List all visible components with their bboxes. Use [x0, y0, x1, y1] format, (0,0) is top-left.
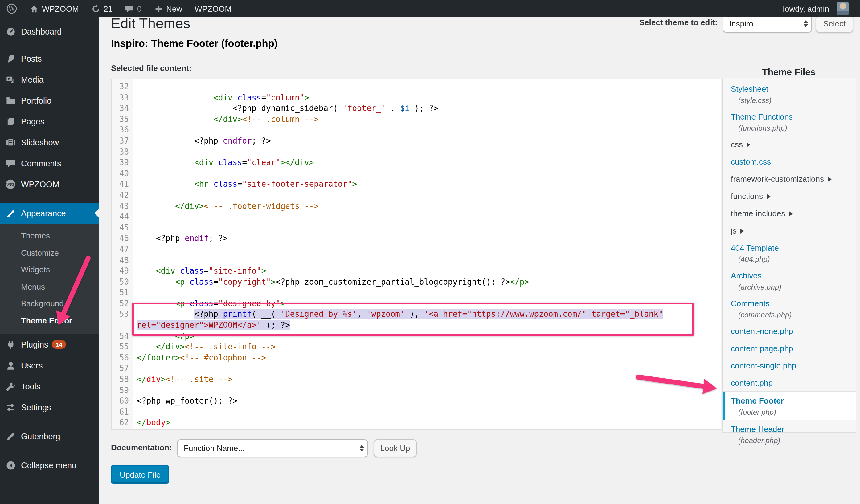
file-theme-header[interactable]: Theme Header(header.php)	[722, 420, 855, 448]
file-link-label: Archives	[731, 271, 762, 280]
file-content.php[interactable]: content.php	[722, 374, 855, 391]
site-name-menu[interactable]: WPZOOM	[24, 0, 85, 17]
line-number: 37	[112, 136, 137, 146]
sidebar-item-posts[interactable]: Posts	[0, 48, 99, 69]
file-link-label: Stylesheet	[731, 85, 768, 94]
line-number: 34	[112, 103, 137, 114]
code-line-57: 57	[112, 363, 721, 374]
code-editor[interactable]: 3233 <div class="column">34 <?php dynami…	[111, 79, 721, 430]
page-title: Edit Themes	[111, 16, 190, 32]
selected-file-content-label: Selected file content:	[111, 63, 192, 73]
new-content-menu[interactable]: New	[148, 0, 188, 17]
sidebar-item-label: Dashboard	[21, 27, 62, 36]
code-line-33: 33 <div class="column">	[112, 92, 721, 103]
admin-sidebar: DashboardPostsMediaPortfolioPagesSlidesh…	[0, 17, 99, 504]
theme-select[interactable]: Inspiro	[722, 15, 812, 33]
file-content-none.php[interactable]: content-none.php	[722, 322, 855, 340]
sidebar-item-slideshow[interactable]: Slideshow	[0, 132, 99, 153]
file-link-label: Theme Header	[731, 425, 784, 434]
comments-menu[interactable]: 0	[119, 0, 148, 17]
lookup-button[interactable]: Look Up	[374, 439, 417, 457]
code-line-43: 43 </div><!-- .footer-widgets -->	[112, 201, 721, 211]
file-link-label: js	[731, 226, 737, 235]
line-number: 32	[112, 81, 137, 92]
file-custom.css[interactable]: custom.css	[722, 153, 855, 170]
sidebar-item-label: Settings	[21, 403, 51, 412]
code-line-35: 35 </div><!-- .column -->	[112, 114, 721, 125]
folder-expand-icon	[789, 211, 792, 216]
file-theme-footer[interactable]: Theme Footer(footer.php)	[722, 391, 855, 420]
update-file-button[interactable]: Update File	[111, 465, 169, 484]
sidebar-item-portfolio[interactable]: Portfolio	[0, 90, 99, 111]
select-theme-button[interactable]: Select	[816, 15, 853, 33]
theme-files-heading: Theme Files	[722, 66, 856, 77]
select-arrows-icon	[800, 20, 811, 27]
line-number: 49	[112, 266, 137, 276]
submenu-item-menus[interactable]: Menus	[0, 278, 99, 295]
sidebar-item-label: Gutenberg	[21, 432, 60, 441]
file-content-single.php[interactable]: content-single.php	[722, 357, 855, 374]
file-content-page.php[interactable]: content-page.php	[722, 340, 855, 357]
home-icon	[30, 4, 39, 13]
file-archives[interactable]: Archives(archive.php)	[722, 267, 855, 295]
file-404-template[interactable]: 404 Template(404.php)	[722, 239, 855, 267]
sidebar-item-users[interactable]: Users	[0, 355, 99, 376]
submenu-item-theme-editor[interactable]: Theme Editor	[0, 312, 99, 329]
wordpress-logo-menu[interactable]: W	[0, 0, 24, 17]
sidebar-item-appearance[interactable]: Appearance	[0, 203, 99, 224]
file-theme-functions[interactable]: Theme Functions(functions.php)	[722, 108, 855, 136]
code-line-46: 46 <?php endif; ?>	[112, 233, 721, 244]
file-path-sublabel: (404.php)	[731, 253, 853, 264]
account-menu[interactable]: Howdy, admin	[773, 0, 860, 17]
sidebar-item-plugins[interactable]: Plugins14	[0, 334, 99, 355]
new-label: New	[166, 4, 182, 13]
sidebar-item-pages[interactable]: Pages	[0, 111, 99, 132]
submenu-item-background[interactable]: Background	[0, 295, 99, 312]
documentation-select[interactable]: Function Name...	[177, 439, 368, 457]
line-number: 55	[112, 342, 137, 353]
line-number: 50	[112, 276, 137, 287]
sidebar-item-media[interactable]: Media	[0, 69, 99, 90]
file-link-label: Comments	[731, 299, 770, 308]
code-line-37: 37 <?php endfor; ?>	[112, 136, 721, 146]
sidebar-item-tools[interactable]: Tools	[0, 376, 99, 397]
file-comments[interactable]: Comments(comments.php)	[722, 295, 855, 322]
portfolio-icon	[0, 95, 21, 106]
sidebar-item-comments[interactable]: Comments	[0, 153, 99, 174]
sidebar-item-gutenberg[interactable]: Gutenberg	[0, 426, 99, 447]
file-link-label: content-page.php	[731, 344, 793, 353]
sidebar-item-settings[interactable]: Settings	[0, 397, 99, 418]
folder-functions[interactable]: functions	[722, 187, 855, 205]
pin-icon	[0, 53, 21, 64]
file-link-label: Theme Footer	[731, 396, 784, 405]
sidebar-item-label: Comments	[21, 159, 61, 168]
svg-text:WPZ: WPZ	[6, 183, 15, 187]
submenu-item-widgets[interactable]: Widgets	[0, 261, 99, 278]
folder-theme-includes[interactable]: theme-includes	[722, 205, 855, 222]
code-line-55: 55 </div><!-- .site-info -->	[112, 342, 721, 353]
file-stylesheet[interactable]: Stylesheet(style.css)	[722, 80, 855, 108]
sidebar-item-dashboard[interactable]: Dashboard	[0, 21, 99, 42]
code-line-49: 49 <div class="site-info">	[112, 266, 721, 276]
wpzoom-bar-menu[interactable]: WPZOOM	[188, 0, 238, 17]
code-line-44: 44	[112, 211, 721, 222]
submenu-item-customize[interactable]: Customize	[0, 244, 99, 261]
folder-js[interactable]: js	[722, 222, 855, 239]
plugins-update-badge: 14	[52, 340, 66, 349]
line-number: 33	[112, 92, 137, 103]
sidebar-item-wpzoom[interactable]: WPZWPZOOM	[0, 174, 99, 195]
sidebar-item-label: WPZOOM	[21, 180, 59, 189]
dashboard-icon	[0, 26, 21, 37]
tools-icon	[0, 381, 21, 391]
plus-icon	[154, 4, 163, 13]
folder-framework-customizations[interactable]: framework-customizations	[722, 170, 855, 187]
file-link-label: custom.css	[731, 157, 771, 166]
annotation-highlight-box	[132, 302, 694, 336]
line-number: 40	[112, 168, 137, 179]
file-link-label: content-single.php	[731, 361, 797, 370]
sidebar-item-collapse-menu[interactable]: Collapse menu	[0, 455, 99, 476]
folder-css[interactable]: css	[722, 136, 855, 153]
file-heading: Inspiro: Theme Footer (footer.php)	[111, 38, 278, 49]
updates-menu[interactable]: 21	[85, 0, 119, 17]
submenu-item-themes[interactable]: Themes	[0, 227, 99, 244]
